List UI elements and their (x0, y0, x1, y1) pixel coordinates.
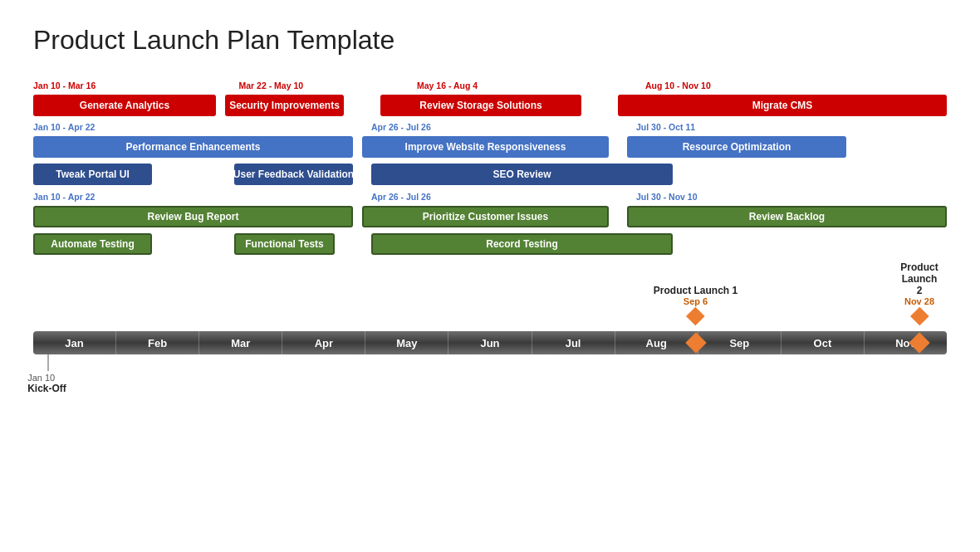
bar-1-1: Improve Website Responsiveness (362, 136, 609, 158)
bar-4-2: Record Testing (371, 233, 673, 255)
bar-1-0: Performance Enhancements (33, 136, 353, 158)
timeline-month-2: Mar (198, 331, 282, 354)
milestone-label-1: Product Launch 2Nov 28 (900, 261, 938, 323)
date-label-3-0: Jan 10 - Apr 22 (33, 192, 95, 202)
date-label-1-0: Jan 10 - Apr 22 (33, 122, 95, 132)
gantt-container: Jan 10 - Mar 16Mar 22 - May 10May 16 - A… (33, 81, 947, 396)
bar-3-2: Review Backlog (627, 206, 947, 227)
timeline-month-1: Feb (115, 331, 198, 354)
kickoff-area: Jan 10Kick-Off (33, 354, 947, 396)
bars-row-3: Review Bug ReportPrioritize Customer Iss… (33, 206, 947, 229)
timeline-month-6: Jul (532, 331, 615, 354)
bar-4-0: Automate Testing (33, 233, 152, 255)
date-label-3-1: Apr 26 - Jul 26 (371, 192, 431, 202)
timeline-month-9: Oct (781, 331, 864, 354)
bar-4-1: Functional Tests (234, 233, 335, 255)
timeline-month-10: Nov (864, 331, 947, 354)
milestone-label-0: Product Launch 1Sep 6 (654, 285, 737, 323)
kickoff-date: Jan 10 (27, 373, 66, 383)
dates-row-3: Jan 10 - Apr 22Apr 26 - Jul 26Jul 30 - N… (33, 192, 947, 205)
bar-2-2: SEO Review (371, 164, 673, 185)
milestone-name-0: Product Launch 1 (654, 285, 737, 296)
page: Product Launch Plan Template Jan 10 - Ma… (0, 0, 980, 552)
kickoff-line (47, 354, 49, 371)
milestone-diamond-1 (910, 307, 929, 326)
timeline-section: Product Launch 1Sep 6Product Launch 2Nov… (33, 277, 947, 396)
kickoff-label: Kick-Off (27, 383, 66, 394)
milestone-date-0: Sep 6 (654, 296, 737, 306)
milestone-name-1: Product Launch 2 (900, 261, 938, 296)
bar-3-0: Review Bug Report (33, 206, 353, 227)
bars-row-4: Automate TestingFunctional TestsRecord T… (33, 233, 947, 256)
date-label-1-2: Jul 30 - Oct 11 (636, 122, 695, 132)
bar-0-3: Migrate CMS (618, 95, 947, 116)
page-title: Product Launch Plan Template (33, 25, 947, 56)
date-label-0-0: Jan 10 - Mar 16 (33, 81, 96, 90)
dates-row-0: Jan 10 - Mar 16Mar 22 - May 10May 16 - A… (33, 81, 947, 94)
timeline-bar: JanFebMarAprMayJunJulAugSepOctNov (33, 331, 947, 354)
kickoff-text: Jan 10Kick-Off (27, 373, 66, 394)
bar-0-1: Security Improvements (225, 95, 344, 116)
bar-2-0: Tweak Portal UI (33, 164, 152, 185)
bar-2-1: User Feedback Validation (234, 164, 353, 185)
bar-0-2: Review Storage Solutions (380, 95, 581, 116)
bar-3-1: Prioritize Customer Issues (362, 206, 609, 227)
timeline-month-4: May (365, 331, 448, 354)
date-label-3-2: Jul 30 - Nov 10 (636, 192, 698, 202)
date-label-0-1: Mar 22 - May 10 (239, 81, 304, 90)
date-label-0-2: May 16 - Aug 4 (417, 81, 478, 90)
milestone-labels-area: Product Launch 1Sep 6Product Launch 2Nov… (33, 277, 947, 331)
timeline-month-0: Jan (33, 331, 115, 354)
bars-row-2: Tweak Portal UIUser Feedback ValidationS… (33, 164, 947, 187)
dates-row-1: Jan 10 - Apr 22Apr 26 - Jul 26Jul 30 - O… (33, 122, 947, 135)
bars-row-1: Performance EnhancementsImprove Website … (33, 136, 947, 159)
bar-1-2: Resource Optimization (627, 136, 846, 158)
timeline-month-8: Sep (698, 331, 781, 354)
bar-0-0: Generate Analytics (33, 95, 216, 116)
milestone-diamond-0 (686, 307, 705, 326)
date-label-1-1: Apr 26 - Jul 26 (371, 122, 431, 132)
date-label-0-3: Aug 10 - Nov 10 (645, 81, 711, 90)
timeline-month-3: Apr (282, 331, 365, 354)
timeline-month-5: Jun (448, 331, 531, 354)
bars-row-0: Generate AnalyticsSecurity ImprovementsR… (33, 95, 947, 118)
milestone-date-1: Nov 28 (900, 296, 938, 306)
